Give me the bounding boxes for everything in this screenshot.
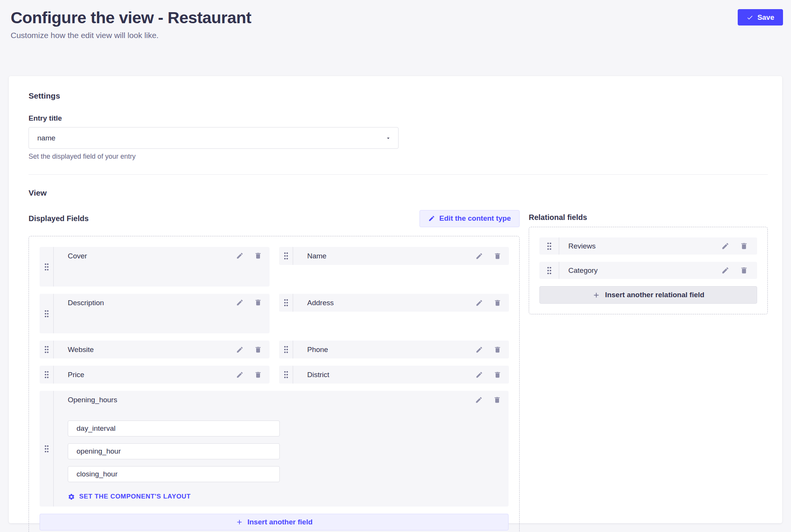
field-card-website: Website: [40, 341, 270, 358]
field-label: Reviews: [568, 242, 596, 250]
delete-field-button[interactable]: [494, 371, 501, 379]
edit-field-button[interactable]: [475, 252, 483, 260]
edit-field-button[interactable]: [721, 266, 729, 274]
trash-icon: [254, 371, 262, 379]
edit-field-button[interactable]: [236, 299, 244, 306]
fields-row: Price District: [40, 366, 509, 384]
drag-handle-icon: [284, 346, 289, 354]
delete-field-button[interactable]: [494, 346, 501, 354]
field-label: Phone: [307, 346, 328, 354]
trash-icon: [493, 396, 501, 404]
delete-field-button[interactable]: [740, 266, 748, 274]
pencil-icon: [236, 346, 244, 354]
pencil-icon: [236, 299, 244, 306]
insert-another-relational-field-button[interactable]: Insert another relational field: [539, 286, 757, 304]
field-label: Description: [68, 299, 104, 307]
drag-handle[interactable]: [539, 237, 559, 255]
drag-handle[interactable]: [279, 294, 293, 312]
edit-field-button[interactable]: [236, 252, 244, 260]
trash-icon: [254, 299, 262, 306]
pencil-icon: [236, 371, 244, 379]
section-divider: [29, 174, 768, 175]
view-heading: View: [29, 188, 768, 198]
drag-handle[interactable]: [279, 247, 293, 265]
edit-field-button[interactable]: [475, 299, 483, 307]
delete-field-button[interactable]: [254, 371, 262, 379]
plus-icon: [236, 518, 243, 526]
insert-another-field-button[interactable]: Insert another field: [40, 514, 509, 530]
fields-row: Cover Name: [40, 247, 509, 287]
drag-handle-icon: [284, 252, 289, 260]
delete-field-button[interactable]: [494, 252, 501, 260]
edit-field-button[interactable]: [475, 396, 483, 404]
drag-handle-icon: [44, 445, 49, 453]
drag-handle-icon: [44, 263, 49, 271]
drag-handle[interactable]: [40, 391, 54, 507]
drag-handle[interactable]: [40, 247, 54, 287]
trash-icon: [254, 252, 262, 260]
displayed-fields-heading: Displayed Fields: [29, 214, 89, 223]
delete-field-button[interactable]: [254, 346, 262, 354]
page-header: Configure the view - Restaurant Customiz…: [0, 0, 791, 76]
drag-handle[interactable]: [40, 341, 54, 358]
pencil-icon: [721, 242, 729, 250]
component-subfield-day-interval: day_interval: [68, 421, 280, 436]
trash-icon: [494, 299, 501, 307]
pencil-icon: [428, 215, 435, 222]
delete-field-button[interactable]: [493, 396, 501, 404]
field-card-description: Description: [40, 294, 270, 333]
edit-field-button[interactable]: [475, 371, 483, 379]
trash-icon: [740, 242, 748, 250]
field-label: District: [307, 371, 329, 379]
trash-icon: [740, 266, 748, 274]
drag-handle[interactable]: [279, 341, 293, 358]
trash-icon: [254, 346, 262, 354]
field-label: Address: [307, 299, 334, 307]
entry-title-select[interactable]: name: [29, 127, 399, 149]
field-label: Category: [568, 266, 598, 275]
pencil-icon: [475, 371, 483, 379]
plus-icon: [592, 291, 600, 299]
pencil-icon: [475, 346, 483, 354]
field-label: Name: [307, 252, 327, 260]
pencil-icon: [475, 299, 483, 307]
pencil-icon: [475, 252, 483, 260]
trash-icon: [494, 371, 501, 379]
drag-handle-icon: [547, 242, 552, 250]
edit-field-button[interactable]: [236, 371, 244, 379]
relational-field-category: Category: [539, 262, 757, 279]
insert-another-relational-field-label: Insert another relational field: [605, 291, 705, 299]
delete-field-button[interactable]: [740, 242, 748, 250]
drag-handle-icon: [284, 299, 289, 307]
drag-handle-icon: [284, 371, 289, 379]
field-card-name: Name: [279, 247, 509, 265]
delete-field-button[interactable]: [254, 252, 262, 260]
entry-title-value: name: [37, 134, 56, 142]
field-card-address: Address: [279, 294, 509, 312]
page-title: Configure the view - Restaurant: [11, 8, 715, 27]
edit-field-button[interactable]: [721, 242, 729, 250]
drag-handle-icon: [44, 310, 49, 318]
drag-handle[interactable]: [40, 366, 54, 384]
field-label: Website: [68, 346, 94, 354]
gear-icon: [68, 493, 75, 500]
delete-field-button[interactable]: [254, 299, 262, 306]
entry-title-label: Entry title: [29, 114, 768, 123]
edit-field-button[interactable]: [236, 346, 244, 354]
drag-handle-icon: [547, 266, 552, 275]
drag-handle[interactable]: [40, 294, 54, 333]
entry-title-help: Set the displayed field of your entry: [29, 153, 768, 161]
config-panel: Settings Entry title name Set the displa…: [9, 76, 782, 523]
field-card-phone: Phone: [279, 341, 509, 358]
trash-icon: [494, 346, 501, 354]
delete-field-button[interactable]: [494, 299, 501, 307]
page-subtitle: Customize how the edit view will look li…: [11, 31, 715, 40]
drag-handle[interactable]: [539, 262, 559, 279]
caret-down-icon: [385, 135, 391, 141]
edit-content-type-button[interactable]: Edit the content type: [419, 210, 520, 227]
pencil-icon: [475, 396, 483, 404]
set-component-layout-link[interactable]: SET THE COMPONENT'S LAYOUT: [68, 493, 191, 500]
drag-handle[interactable]: [279, 366, 293, 384]
edit-field-button[interactable]: [475, 346, 483, 354]
save-button[interactable]: Save: [738, 9, 783, 25]
